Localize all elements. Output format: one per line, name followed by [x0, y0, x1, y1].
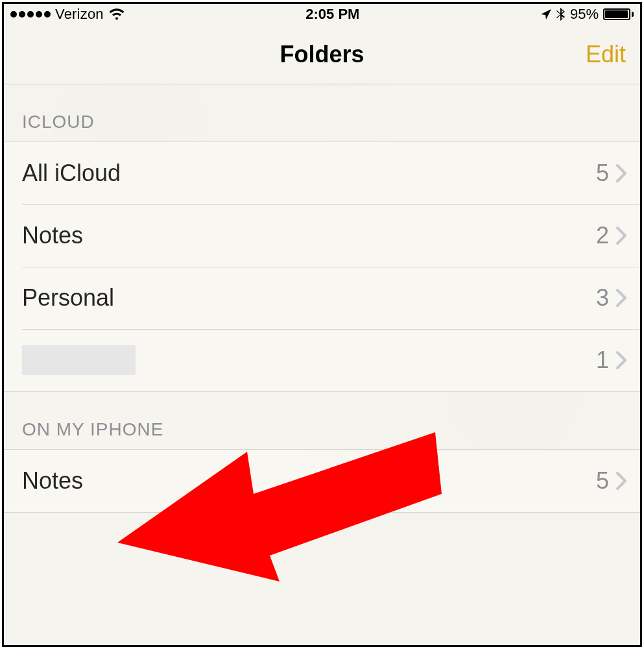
redacted-label	[22, 345, 136, 375]
status-left: Verizon	[10, 6, 125, 23]
location-icon	[540, 8, 552, 20]
folder-label: All iCloud	[22, 160, 121, 187]
folder-row-redacted[interactable]: 1	[4, 329, 640, 391]
folder-label: Personal	[22, 284, 114, 312]
folder-count: 5	[596, 467, 609, 495]
folder-row-notes-icloud[interactable]: Notes 2	[4, 204, 640, 267]
folder-row-personal[interactable]: Personal 3	[4, 267, 640, 329]
folder-count: 1	[596, 347, 609, 374]
chevron-right-icon	[615, 288, 627, 308]
section-header-icloud: ICLOUD	[4, 84, 640, 141]
folder-count: 2	[596, 222, 609, 249]
wifi-icon	[108, 8, 125, 21]
folder-row-all-icloud[interactable]: All iCloud 5	[4, 142, 640, 204]
chevron-right-icon	[615, 164, 627, 183]
section-header-on-my-iphone: ON MY IPHONE	[4, 392, 640, 449]
bluetooth-icon	[556, 7, 566, 21]
signal-strength-icon	[10, 11, 51, 18]
chevron-right-icon	[615, 226, 627, 245]
page-title: Folders	[280, 41, 364, 68]
status-right: 95%	[540, 6, 634, 23]
folder-label: Notes	[22, 222, 83, 249]
battery-percentage: 95%	[570, 6, 599, 23]
edit-button[interactable]: Edit	[586, 41, 626, 68]
notes-app-folders-screen: Verizon 2:05 PM 95% Folders Edit ICL	[2, 2, 642, 647]
nav-bar: Folders Edit	[4, 25, 640, 84]
status-bar: Verizon 2:05 PM 95%	[4, 4, 640, 25]
folder-count: 5	[596, 160, 609, 187]
chevron-right-icon	[615, 471, 627, 491]
folder-list-on-my-iphone: Notes 5	[4, 449, 640, 513]
chevron-right-icon	[615, 350, 627, 370]
carrier-label: Verizon	[55, 6, 104, 23]
folder-list-icloud: All iCloud 5 Notes 2 Personal 3	[4, 141, 640, 392]
folder-row-notes-local[interactable]: Notes 5	[4, 450, 640, 512]
battery-icon	[603, 8, 634, 20]
folder-label: Notes	[22, 467, 83, 495]
folder-count: 3	[596, 284, 609, 312]
clock: 2:05 PM	[305, 6, 359, 23]
